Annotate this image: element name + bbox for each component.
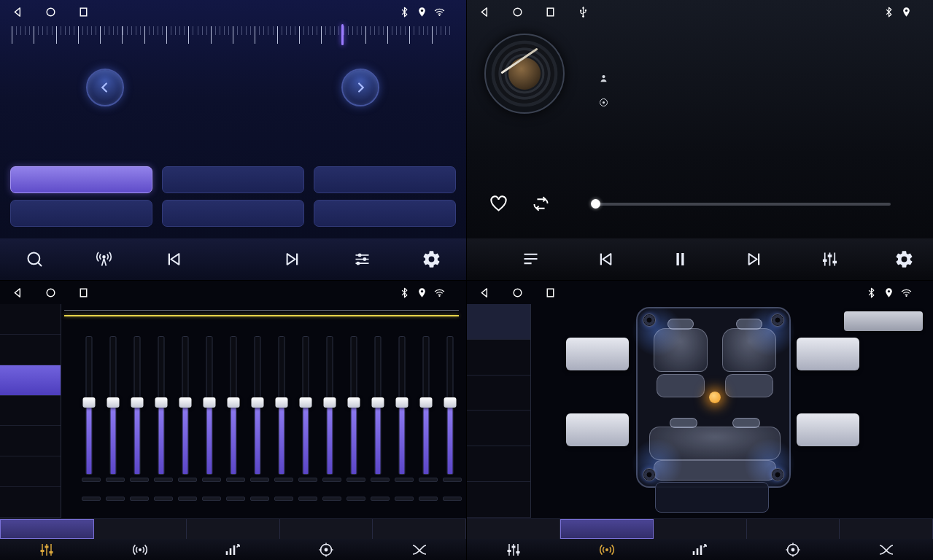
tab-balance[interactable]	[747, 519, 840, 539]
mode-1[interactable]	[467, 411, 530, 446]
delay-rear-right-button[interactable]	[797, 413, 859, 446]
surround-icon[interactable]	[560, 539, 654, 560]
filter-icon[interactable]	[840, 539, 933, 560]
eq-band-slider[interactable]	[419, 336, 433, 475]
back-button[interactable]	[479, 287, 491, 299]
eq-band-slider[interactable]	[274, 336, 289, 475]
eq-slider-knob[interactable]	[420, 397, 433, 408]
listening-position-dot[interactable]	[709, 392, 721, 403]
repeat-button[interactable]	[531, 194, 551, 217]
eq-preset-pop[interactable]	[0, 426, 61, 456]
bass-boost-icon[interactable]	[654, 539, 747, 560]
recents-button[interactable]	[77, 287, 90, 299]
mode-2[interactable]	[467, 446, 530, 482]
eq-band-slider[interactable]	[371, 336, 385, 475]
mode-full[interactable]	[467, 304, 530, 340]
balance-icon[interactable]	[279, 539, 373, 560]
prev-station-button[interactable]	[163, 249, 183, 269]
eq-preset-normal[interactable]	[0, 365, 61, 396]
mode-passenger[interactable]	[467, 376, 530, 411]
eq-slider-knob[interactable]	[324, 397, 336, 408]
tune-down-button[interactable]	[86, 69, 124, 106]
eq-slider-knob[interactable]	[252, 397, 264, 408]
settings-button[interactable]	[894, 249, 914, 269]
mode-driver[interactable]	[467, 340, 530, 376]
frequency-scale[interactable]	[12, 26, 454, 44]
seek-slider[interactable]	[595, 198, 891, 210]
audio-settings-button[interactable]	[352, 249, 372, 269]
eq-band-slider[interactable]	[347, 336, 361, 475]
eq-slider-knob[interactable]	[83, 397, 96, 408]
home-button[interactable]	[511, 287, 524, 299]
tab-bass-boost[interactable]	[187, 519, 280, 539]
eq-slider-knob[interactable]	[228, 397, 240, 408]
eq-preset-rock[interactable]	[0, 487, 61, 518]
eq-band-slider[interactable]	[322, 336, 337, 475]
home-button[interactable]	[511, 6, 524, 18]
balance-icon[interactable]	[746, 539, 840, 560]
pause-button[interactable]	[670, 249, 690, 269]
tune-up-button[interactable]	[341, 69, 379, 106]
eq-slider-knob[interactable]	[444, 397, 457, 408]
home-button[interactable]	[44, 6, 57, 18]
eq-band-slider[interactable]	[250, 336, 265, 475]
eq-band-slider[interactable]	[443, 336, 457, 475]
eq-slider-knob[interactable]	[348, 397, 360, 408]
seek-knob[interactable]	[591, 199, 600, 209]
tab-filter[interactable]	[840, 519, 933, 539]
tab-bass-boost[interactable]	[654, 519, 747, 539]
sound-preset-button[interactable]	[844, 311, 923, 331]
prev-track-button[interactable]	[595, 249, 615, 269]
eq-band-slider[interactable]	[82, 336, 96, 475]
eq-slider-knob[interactable]	[276, 397, 288, 408]
eq-band-slider[interactable]	[298, 336, 313, 475]
back-button[interactable]	[12, 6, 24, 18]
eq-band-slider[interactable]	[178, 336, 193, 475]
eq-band-slider[interactable]	[130, 336, 144, 475]
preset-p6[interactable]	[314, 200, 456, 227]
eq-band-slider[interactable]	[226, 336, 241, 475]
filter-icon[interactable]	[373, 539, 466, 560]
eq-band-slider[interactable]	[106, 336, 120, 475]
eq-band-slider[interactable]	[154, 336, 169, 475]
preset-p2[interactable]	[162, 166, 304, 193]
delay-front-left-button[interactable]	[566, 338, 629, 370]
eq-preset-classic[interactable]	[0, 456, 61, 487]
preset-p1[interactable]	[10, 166, 152, 193]
eq-slider-knob[interactable]	[107, 397, 120, 408]
mode-3[interactable]	[467, 482, 530, 518]
next-station-button[interactable]	[283, 249, 303, 269]
preset-p4[interactable]	[10, 200, 152, 227]
eq-slider-knob[interactable]	[131, 397, 144, 408]
eq-band-slider[interactable]	[202, 336, 217, 475]
settings-button[interactable]	[422, 249, 441, 269]
eq-band-slider[interactable]	[395, 336, 409, 475]
recents-button[interactable]	[77, 6, 90, 18]
eq-slider-knob[interactable]	[179, 397, 192, 408]
eq-slider-knob[interactable]	[204, 397, 216, 408]
scan-button[interactable]	[25, 249, 44, 269]
home-button[interactable]	[44, 287, 57, 299]
tab-filter[interactable]	[373, 519, 466, 539]
back-button[interactable]	[12, 287, 24, 299]
delay-rear-left-button[interactable]	[566, 413, 629, 446]
eq-slider-knob[interactable]	[155, 397, 168, 408]
eq-preset-jazz[interactable]	[0, 396, 61, 427]
surround-icon[interactable]	[93, 539, 187, 560]
tab-eq[interactable]	[0, 519, 94, 539]
playlist-button[interactable]	[521, 249, 541, 269]
eq-mixer-button[interactable]	[820, 249, 840, 269]
eq-slider-knob[interactable]	[372, 397, 384, 408]
eq-icon[interactable]	[0, 539, 93, 560]
favorite-button[interactable]	[489, 194, 508, 217]
eq-preset-default[interactable]	[0, 304, 61, 335]
back-button[interactable]	[479, 6, 491, 18]
delay-front-right-button[interactable]	[797, 338, 859, 370]
eq-icon[interactable]	[467, 539, 560, 560]
tab-balance[interactable]	[280, 519, 373, 539]
tab-surround[interactable]	[94, 519, 187, 539]
eq-preset-custom[interactable]	[0, 335, 61, 365]
recents-button[interactable]	[544, 6, 557, 18]
preset-p3[interactable]	[314, 166, 456, 193]
tab-eq[interactable]	[467, 519, 560, 539]
